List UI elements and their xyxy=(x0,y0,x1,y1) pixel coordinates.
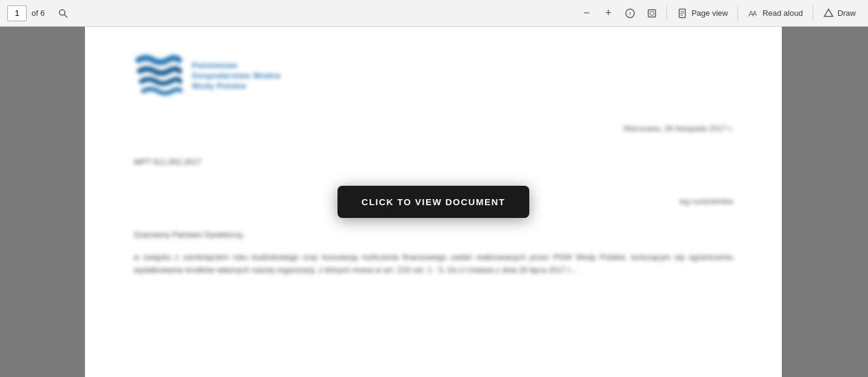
logo-line-1: Państwowe xyxy=(192,61,281,70)
read-aloud-icon: A A xyxy=(748,8,759,19)
page-count-label: of 6 xyxy=(32,8,45,18)
logo-line-2: Gospodarstwo Wodne xyxy=(192,71,281,80)
pdf-toolbar: 1 of 6 − + xyxy=(0,0,868,27)
read-aloud-label: Read aloud xyxy=(762,8,803,18)
reference-text: WPT 611.052.2017 xyxy=(134,157,202,166)
document-content: Państwowe Gospodarstwo Wodne Wody Polski… xyxy=(134,51,733,277)
body-text: w związku z zamknięciem roku budżetowego… xyxy=(134,251,733,277)
zoom-out-icon: − xyxy=(583,7,590,19)
page-container: Państwowe Gospodarstwo Wodne Wody Polski… xyxy=(85,27,782,377)
zoom-in-button[interactable]: + xyxy=(598,4,618,23)
click-to-view-button[interactable]: CLICK TO VIEW DOCUMENT xyxy=(337,186,530,218)
right-sidebar xyxy=(782,27,868,377)
svg-marker-11 xyxy=(824,9,833,16)
fit-page-button[interactable] xyxy=(642,4,662,23)
zoom-reset-button[interactable] xyxy=(620,4,640,23)
organization-logo xyxy=(134,51,182,100)
zoom-reset-icon xyxy=(625,8,636,19)
separator-2 xyxy=(737,6,738,21)
body-text-content: w związku z zamknięciem roku budżetowego… xyxy=(134,253,733,274)
logo-text-block: Państwowe Gospodarstwo Wodne Wody Polski… xyxy=(192,61,281,90)
search-icon xyxy=(58,8,68,18)
salutation-text: Szanowny Państwo Dyrektorzy, xyxy=(134,230,244,239)
document-page: Państwowe Gospodarstwo Wodne Wody Polski… xyxy=(85,27,782,377)
reference-line: WPT 611.052.2017 xyxy=(134,157,733,166)
svg-rect-3 xyxy=(648,10,656,17)
svg-text:A: A xyxy=(753,10,757,17)
separator-1 xyxy=(666,6,667,21)
page-view-button[interactable]: Page view xyxy=(672,5,733,21)
recipient-text: wg rozdzielnika xyxy=(679,197,733,206)
page-view-label: Page view xyxy=(691,8,728,18)
draw-label: Draw xyxy=(838,8,856,18)
main-area: Państwowe Gospodarstwo Wodne Wody Polski… xyxy=(0,27,868,377)
fit-page-icon xyxy=(646,8,657,19)
logo-line-3: Wody Polskie xyxy=(192,81,281,90)
logo-area: Państwowe Gospodarstwo Wodne Wody Polski… xyxy=(134,51,733,100)
search-button[interactable] xyxy=(53,4,73,23)
zoom-out-button[interactable]: − xyxy=(577,4,596,23)
page-view-icon xyxy=(677,8,688,19)
svg-rect-4 xyxy=(650,12,654,15)
zoom-in-icon: + xyxy=(605,7,612,19)
date-line: Warszawa, 28 listopada 2017 r. xyxy=(134,124,733,133)
separator-3 xyxy=(813,6,813,21)
date-text: Warszawa, 28 listopada 2017 r. xyxy=(623,124,733,133)
draw-icon xyxy=(823,8,834,19)
draw-button[interactable]: Draw xyxy=(818,5,861,21)
page-number-input[interactable]: 1 xyxy=(7,5,27,21)
read-aloud-button[interactable]: A A Read aloud xyxy=(743,5,808,21)
salutation-line: Szanowny Państwo Dyrektorzy, xyxy=(134,230,733,239)
left-sidebar xyxy=(0,27,85,377)
svg-line-1 xyxy=(64,15,67,18)
